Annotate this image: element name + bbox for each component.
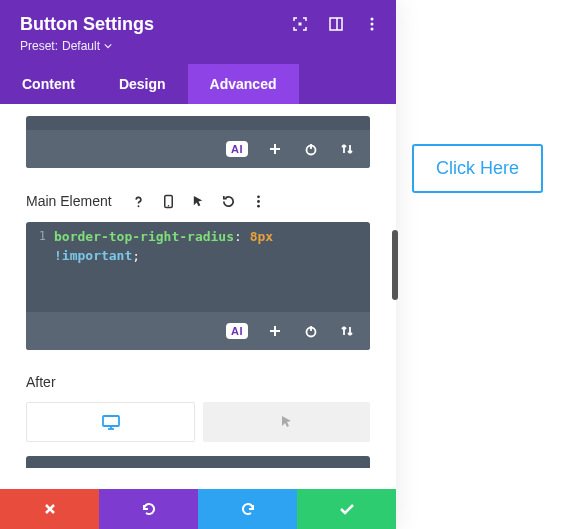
preset-label: Preset: — [20, 39, 58, 53]
settings-panel: Button Settings Preset: Default Content … — [0, 0, 396, 529]
ai-badge-icon[interactable]: AI — [226, 141, 248, 157]
cursor-icon[interactable] — [190, 192, 208, 210]
power-icon[interactable] — [302, 140, 320, 158]
svg-point-10 — [138, 205, 140, 207]
kebab-menu-icon[interactable] — [364, 16, 380, 32]
focus-icon[interactable] — [292, 16, 308, 32]
section-label-text: After — [26, 374, 56, 390]
section-main-element: Main Element — [26, 192, 370, 210]
tab-advanced[interactable]: Advanced — [188, 64, 299, 104]
panel-footer — [0, 489, 396, 529]
sort-arrows-icon[interactable] — [338, 140, 356, 158]
reset-icon[interactable] — [220, 192, 238, 210]
header-actions — [292, 16, 380, 32]
line-number: 1 — [26, 228, 46, 245]
svg-point-13 — [257, 195, 260, 198]
chevron-down-icon — [104, 39, 112, 53]
panel-header: Button Settings Preset: Default — [0, 0, 396, 64]
responsive-tab-desktop[interactable] — [26, 402, 195, 442]
plus-icon[interactable] — [266, 322, 284, 340]
section-after: After — [26, 374, 370, 390]
mobile-icon[interactable] — [160, 192, 178, 210]
code-area-main[interactable]: 1 border-top-right-radius: 8px !importan… — [26, 222, 370, 312]
tab-content[interactable]: Content — [0, 64, 97, 104]
css-semicolon: ; — [132, 248, 140, 263]
code-box-after[interactable] — [26, 456, 370, 468]
svg-point-3 — [371, 18, 374, 21]
undo-button[interactable] — [99, 489, 198, 529]
kebab-menu-icon[interactable] — [250, 192, 268, 210]
plus-icon[interactable] — [266, 140, 284, 158]
responsive-tabs — [26, 402, 370, 442]
code-toolbar-main: AI — [26, 312, 370, 350]
svg-point-15 — [257, 204, 260, 207]
help-icon[interactable] — [130, 192, 148, 210]
code-box-main: 1 border-top-right-radius: 8px !importan… — [26, 222, 370, 350]
preview-button[interactable]: Click Here — [412, 144, 543, 193]
svg-rect-20 — [103, 416, 119, 426]
tab-bar: Content Design Advanced — [0, 64, 396, 104]
redo-button[interactable] — [198, 489, 297, 529]
svg-point-4 — [371, 23, 374, 26]
code-toolbar-prev: AI — [26, 130, 370, 168]
css-property: border-top-right-radius — [54, 229, 234, 244]
svg-point-5 — [371, 28, 374, 31]
line-gutter: 1 — [26, 228, 54, 306]
panel-content: AI Main Element — [0, 104, 396, 529]
responsive-tab-hover[interactable] — [203, 402, 370, 442]
sort-arrows-icon[interactable] — [338, 322, 356, 340]
css-value: 8px — [250, 229, 273, 244]
code-box-prev: AI — [26, 116, 370, 168]
close-button[interactable] — [0, 489, 99, 529]
section-label-icons — [130, 192, 268, 210]
save-button[interactable] — [297, 489, 396, 529]
code-area-prev[interactable] — [26, 116, 370, 130]
css-important: !important — [54, 248, 132, 263]
section-label-text: Main Element — [26, 193, 112, 209]
tab-design[interactable]: Design — [97, 64, 188, 104]
svg-rect-0 — [299, 23, 302, 26]
panel-layout-icon[interactable] — [328, 16, 344, 32]
preset-selector[interactable]: Preset: Default — [20, 39, 112, 53]
svg-point-14 — [257, 200, 260, 203]
svg-point-12 — [168, 204, 170, 206]
preset-value: Default — [62, 39, 100, 53]
ai-badge-icon[interactable]: AI — [226, 323, 248, 339]
scrollbar-thumb[interactable] — [392, 230, 398, 300]
power-icon[interactable] — [302, 322, 320, 340]
css-colon: : — [234, 229, 242, 244]
code-content[interactable]: border-top-right-radius: 8px !important; — [54, 228, 370, 306]
svg-rect-1 — [330, 18, 342, 30]
